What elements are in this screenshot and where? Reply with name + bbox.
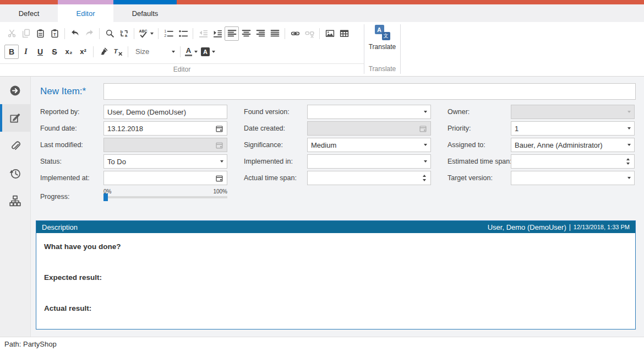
separator	[319, 28, 320, 39]
description-editor[interactable]: What have you done? Expected result: Act…	[36, 233, 635, 329]
sidebar-item-navigate[interactable]	[0, 77, 30, 104]
tab-bar: Defect Editor Defaults	[0, 4, 644, 22]
top-color-stripe	[0, 0, 644, 4]
sidebar-item-history[interactable]	[0, 159, 30, 187]
estimated-time-span-spinner[interactable]	[511, 154, 635, 169]
new-item-input[interactable]	[103, 83, 636, 100]
target-version-combo[interactable]	[511, 171, 635, 185]
align-left-button[interactable]	[225, 26, 239, 41]
calendar-icon[interactable]	[215, 174, 223, 182]
tab-editor[interactable]: Editor	[58, 4, 113, 22]
insert-image-button[interactable]	[323, 26, 337, 41]
increase-indent-button[interactable]	[210, 26, 225, 41]
field-significance: Significance: Medium	[244, 138, 431, 152]
calendar-icon[interactable]	[215, 125, 223, 133]
svg-text:2: 2	[164, 34, 166, 37]
date-created-input	[307, 121, 431, 136]
sidebar-item-edit[interactable]	[0, 104, 30, 132]
replace-icon: ba	[119, 29, 129, 38]
actual-time-span-spinner[interactable]	[307, 171, 431, 185]
find-button[interactable]	[102, 26, 117, 41]
tab-defaults[interactable]: Defaults	[113, 4, 177, 22]
description-line: Actual result:	[44, 304, 627, 312]
copy-icon	[21, 29, 31, 38]
significance-combo[interactable]: Medium	[307, 138, 431, 152]
remove-format-button[interactable]: T	[111, 45, 125, 59]
spell-check-icon: ABC	[139, 29, 148, 38]
undo-icon	[70, 29, 80, 38]
chevron-down-icon	[172, 51, 175, 53]
copy-button[interactable]	[19, 26, 33, 41]
progress-track[interactable]	[103, 196, 227, 198]
spinner-buttons[interactable]	[625, 158, 631, 165]
bullet-list-button[interactable]	[176, 26, 190, 41]
description-timestamp: 12/13/2018, 1:33 PM	[574, 224, 630, 230]
undo-button[interactable]	[68, 26, 82, 41]
svg-text:a: a	[125, 33, 128, 38]
spin-down-icon	[423, 179, 426, 181]
remove-link-button[interactable]	[302, 26, 316, 41]
highlight-color-button[interactable]: A	[199, 45, 217, 59]
status-combo[interactable]: To Do	[103, 154, 227, 169]
field-implemented-in: Implemented in:	[244, 154, 431, 169]
font-size-value: Size	[135, 47, 149, 56]
progress-slider[interactable]: 0% 100%	[103, 188, 227, 198]
form-grid: Reported by: Found date: Last modified:	[40, 105, 636, 208]
translate-button[interactable]: A 文 Translate	[364, 22, 400, 63]
field-owner: Owner:	[447, 105, 635, 119]
found-date-input[interactable]	[103, 121, 227, 136]
spinner-buttons[interactable]	[422, 175, 427, 181]
implemented-in-combo[interactable]	[307, 154, 431, 169]
cut-button[interactable]	[4, 26, 19, 41]
field-date-created: Date created:	[244, 121, 431, 136]
chevron-down-icon	[212, 51, 215, 53]
numbered-list-button[interactable]: 12	[161, 26, 176, 41]
strikethrough-button[interactable]: S	[47, 45, 62, 59]
align-right-button[interactable]	[253, 26, 268, 41]
superscript-button[interactable]: x²	[76, 45, 90, 59]
sidebar-item-hierarchy[interactable]	[0, 187, 30, 214]
remove-format-icon: T	[113, 47, 123, 56]
subscript-button[interactable]: x₂	[62, 45, 76, 59]
image-icon	[325, 29, 335, 38]
found-version-combo[interactable]	[307, 105, 431, 119]
align-left-icon	[227, 29, 237, 38]
format-painter-button[interactable]	[96, 45, 111, 59]
implemented-at-input[interactable]	[103, 171, 227, 185]
assigned-to-combo[interactable]: Bauer, Anne (Administrator)	[511, 138, 635, 152]
spell-check-button[interactable]: ABC	[137, 26, 155, 41]
justify-button[interactable]	[268, 26, 282, 41]
progress-handle[interactable]	[103, 193, 108, 201]
priority-combo[interactable]: 1	[511, 121, 635, 136]
sidebar-item-attachments[interactable]	[0, 132, 30, 159]
form-column-2: Found version: Date created: Significanc…	[244, 105, 431, 208]
field-found-version: Found version:	[244, 105, 431, 119]
replace-button[interactable]: ba	[117, 26, 131, 41]
paperclip-icon	[9, 140, 21, 152]
justify-icon	[270, 29, 280, 38]
redo-button[interactable]	[82, 26, 96, 41]
navigate-icon	[9, 85, 21, 96]
search-icon	[105, 29, 114, 38]
align-center-button[interactable]	[239, 26, 253, 41]
ribbon-row-1: T ba ABC 12	[4, 24, 361, 42]
paste-button[interactable]	[33, 26, 47, 41]
field-last-modified: Last modified:	[40, 138, 227, 152]
main-area: New Item:* Reported by: Found date:	[0, 77, 644, 337]
insert-table-button[interactable]	[337, 26, 351, 41]
ribbon-group-label-translate: Translate	[364, 63, 400, 76]
bold-button[interactable]: B	[4, 45, 19, 59]
tab-defect[interactable]: Defect	[0, 4, 58, 22]
chevron-down-icon	[627, 144, 631, 146]
decrease-indent-button[interactable]	[196, 26, 210, 41]
italic-button[interactable]: I	[19, 45, 33, 59]
description-line: What have you done?	[44, 242, 627, 251]
translate-icon: A 文	[375, 25, 390, 40]
font-color-button[interactable]: A	[183, 45, 199, 59]
underline-button[interactable]: U	[33, 45, 47, 59]
form-column-1: Reported by: Found date: Last modified:	[40, 105, 227, 208]
reported-by-input[interactable]	[103, 105, 227, 119]
paste-plain-text-button[interactable]: T	[47, 26, 62, 41]
font-size-combo[interactable]: Size	[131, 45, 177, 58]
insert-link-button[interactable]	[288, 26, 302, 41]
